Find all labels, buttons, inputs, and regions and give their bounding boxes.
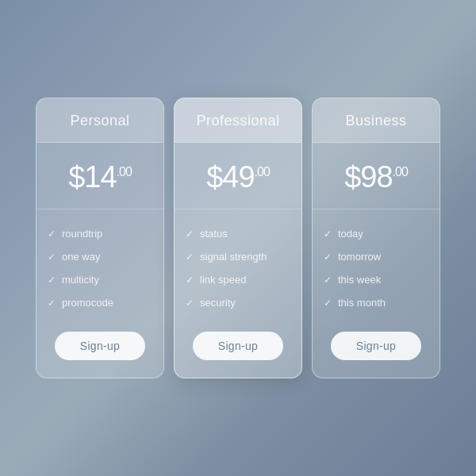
plan-card-business: Business$98.00✓today✓tomorrow✓this week✓… (312, 98, 440, 378)
checkmark-icon: ✓ (48, 228, 56, 240)
price-decimal-personal: .00 (117, 165, 132, 179)
checkmark-icon: ✓ (186, 298, 194, 309)
price-personal: $14.00 (68, 160, 132, 194)
plan-name-professional: Professional (182, 113, 294, 129)
feature-label: status (200, 228, 228, 240)
pricing-container: Personal$14.00✓roundtrip✓one way✓multici… (20, 82, 456, 394)
signup-button-business[interactable]: Sign-up (331, 332, 421, 360)
feature-item: ✓promocode (48, 291, 152, 314)
checkmark-icon: ✓ (186, 251, 194, 263)
price-integer-professional: $49 (206, 160, 254, 194)
checkmark-icon: ✓ (186, 228, 194, 240)
checkmark-icon: ✓ (324, 298, 332, 309)
plan-card-professional: Professional$49.00✓status✓signal strengt… (174, 98, 302, 378)
signup-button-professional[interactable]: Sign-up (193, 332, 283, 360)
feature-item: ✓this week (324, 268, 428, 291)
price-integer-business: $98 (344, 160, 392, 194)
checkmark-icon: ✓ (186, 274, 194, 286)
features-list-professional: ✓status✓signal strength✓link speed✓secur… (175, 209, 301, 328)
feature-item: ✓tomorrow (324, 245, 428, 268)
feature-label: security (200, 297, 236, 309)
plan-name-business: Business (321, 113, 432, 129)
features-list-personal: ✓roundtrip✓one way✓multicity✓promocode (36, 209, 163, 328)
feature-label: link speed (200, 274, 247, 286)
feature-item: ✓link speed (186, 268, 290, 291)
feature-item: ✓security (186, 291, 290, 314)
feature-label: this week (338, 274, 381, 286)
feature-label: tomorrow (338, 251, 381, 263)
plan-card-personal: Personal$14.00✓roundtrip✓one way✓multici… (36, 98, 164, 378)
price-section-business: $98.00 (313, 143, 440, 209)
feature-item: ✓one way (48, 245, 152, 268)
feature-item: ✓roundtrip (48, 222, 152, 245)
checkmark-icon: ✓ (324, 251, 332, 263)
plan-name-personal: Personal (44, 113, 155, 129)
feature-label: signal strength (200, 251, 267, 263)
price-decimal-professional: .00 (255, 165, 270, 179)
feature-label: this month (338, 297, 386, 309)
plan-header-personal: Personal (36, 98, 163, 143)
checkmark-icon: ✓ (324, 228, 332, 240)
features-list-business: ✓today✓tomorrow✓this week✓this month (313, 209, 440, 328)
feature-item: ✓multicity (48, 268, 152, 291)
price-section-personal: $14.00 (36, 143, 163, 209)
feature-label: today (338, 228, 363, 240)
price-business: $98.00 (344, 160, 408, 194)
checkmark-icon: ✓ (48, 274, 56, 286)
price-professional: $49.00 (206, 160, 270, 194)
feature-label: one way (62, 251, 100, 263)
checkmark-icon: ✓ (48, 298, 56, 309)
feature-item: ✓this month (324, 291, 428, 314)
checkmark-icon: ✓ (48, 251, 56, 263)
price-decimal-business: .00 (393, 165, 408, 179)
feature-item: ✓today (324, 222, 428, 245)
feature-label: roundtrip (62, 228, 102, 240)
checkmark-icon: ✓ (324, 274, 332, 286)
price-integer-personal: $14 (68, 160, 116, 194)
feature-label: promocode (62, 297, 113, 309)
plan-header-professional: Professional (175, 98, 301, 143)
feature-label: multicity (62, 274, 99, 286)
plan-header-business: Business (313, 98, 440, 143)
feature-item: ✓status (186, 222, 290, 245)
signup-button-personal[interactable]: Sign-up (55, 332, 145, 360)
price-section-professional: $49.00 (175, 143, 301, 209)
feature-item: ✓signal strength (186, 245, 290, 268)
